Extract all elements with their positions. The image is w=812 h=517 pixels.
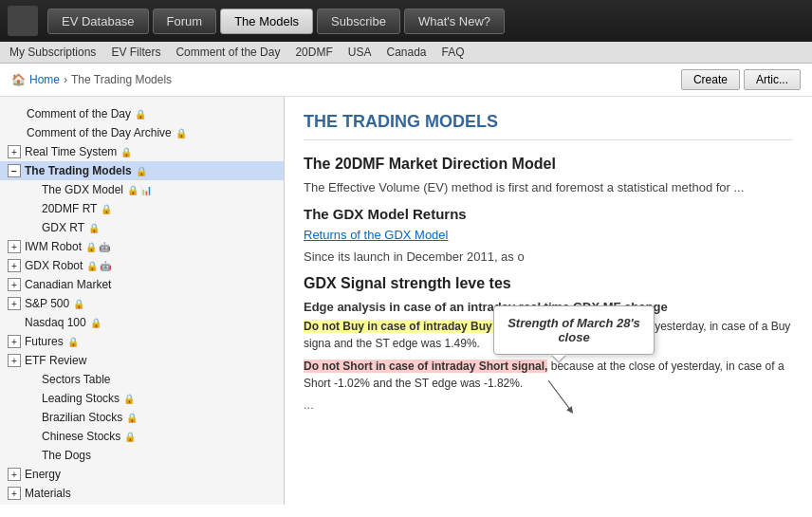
sidebar-label: Futures bbox=[25, 335, 64, 348]
sidebar-item-real-time[interactable]: + Real Time System 🔒 bbox=[0, 142, 284, 161]
sidebar-item-canadian-market[interactable]: + Canadian Market bbox=[0, 275, 284, 294]
sec-nav-subscriptions[interactable]: My Subscriptions bbox=[9, 46, 96, 59]
sidebar-item-comment-archive[interactable]: Comment of the Day Archive 🔒 bbox=[0, 123, 284, 142]
home-link[interactable]: Home bbox=[29, 73, 60, 86]
expand-icon[interactable]: + bbox=[8, 468, 21, 481]
sidebar-label: Sectors Table bbox=[42, 373, 111, 386]
lock-icon: 🔒 bbox=[101, 204, 112, 214]
model-icon: 📊 bbox=[140, 185, 152, 195]
sidebar-label: Canadian Market bbox=[25, 278, 111, 291]
lock-icon: 🔒 bbox=[86, 261, 98, 271]
lock-icon: 🔒 bbox=[67, 337, 79, 347]
sidebar-item-gdx-robot[interactable]: + GDX Robot 🔒 🤖 bbox=[0, 256, 284, 275]
breadcrumb: 🏠 Home › The Trading Models bbox=[11, 73, 172, 86]
sidebar-label: Brazilian Stocks bbox=[42, 411, 122, 424]
lock-icon: 🔒 bbox=[126, 413, 138, 423]
sidebar-label: Comment of the Day Archive bbox=[27, 126, 172, 139]
section1-title: The 20DMF Market Direction Model bbox=[304, 156, 793, 173]
sidebar-label: 20DMF RT bbox=[42, 202, 97, 215]
tooltip-line2: close bbox=[558, 330, 589, 344]
signal2-highlight: Do not Short in case of intraday Short s… bbox=[304, 360, 547, 373]
sec-nav-faq[interactable]: FAQ bbox=[442, 46, 465, 59]
sec-nav-filters[interactable]: EV Filters bbox=[111, 46, 160, 59]
lock-icon: 🔒 bbox=[90, 318, 102, 328]
sidebar-item-energy[interactable]: + Energy bbox=[0, 465, 284, 484]
sidebar-item-gdx-rt[interactable]: GDX RT 🔒 bbox=[0, 218, 284, 237]
sidebar-item-etf-review[interactable]: + ETF Review bbox=[0, 351, 284, 370]
sidebar-label: Leading Stocks bbox=[42, 392, 120, 405]
lock-icon: 🔒 bbox=[136, 166, 147, 176]
nav-forum[interactable]: Forum bbox=[153, 9, 217, 34]
lock-icon: 🔒 bbox=[175, 128, 187, 138]
sidebar-label: Real Time System bbox=[25, 145, 117, 158]
expand-icon[interactable]: + bbox=[8, 278, 21, 291]
home-icon: 🏠 bbox=[11, 73, 26, 86]
main-layout: Comment of the Day 🔒 Comment of the Day … bbox=[0, 97, 812, 505]
tooltip-arrow bbox=[541, 377, 579, 415]
content-area: THE TRADING MODELS The 20DMF Market Dire… bbox=[285, 97, 812, 505]
sidebar-item-futures[interactable]: + Futures 🔒 bbox=[0, 332, 284, 351]
sidebar-item-chinese-stocks[interactable]: Chinese Stocks 🔒 bbox=[0, 427, 284, 446]
expand-icon[interactable]: + bbox=[8, 145, 21, 158]
sidebar-item-gdx-model[interactable]: The GDX Model 🔒 📊 bbox=[0, 180, 284, 199]
page-title: THE TRADING MODELS bbox=[304, 112, 793, 140]
lock-icon: 🔒 bbox=[73, 299, 84, 309]
create-button[interactable]: Create bbox=[681, 69, 740, 90]
sec-nav-usa[interactable]: USA bbox=[348, 46, 372, 59]
nav-ev-database[interactable]: EV Database bbox=[47, 9, 149, 34]
expand-icon[interactable]: + bbox=[8, 487, 21, 500]
expand-icon[interactable]: + bbox=[8, 240, 21, 253]
sidebar-label: Materials bbox=[25, 487, 71, 500]
sidebar-item-20dmf-rt[interactable]: 20DMF RT 🔒 bbox=[0, 199, 284, 218]
sidebar-label: Comment of the Day bbox=[27, 107, 131, 120]
lock-icon: 🔒 bbox=[120, 147, 132, 157]
sidebar-label: IWM Robot bbox=[25, 240, 82, 253]
expand-icon[interactable]: + bbox=[8, 354, 21, 367]
nav-subscribe[interactable]: Subscribe bbox=[317, 9, 400, 34]
sidebar-item-sp500[interactable]: + S&P 500 🔒 bbox=[0, 294, 284, 313]
sidebar-label: Chinese Stocks bbox=[42, 430, 120, 443]
article-button[interactable]: Artic... bbox=[744, 69, 801, 90]
sidebar-item-iwm-robot[interactable]: + IWM Robot 🔒 🤖 bbox=[0, 237, 284, 256]
section2-text: Since its launch in December 2011, as o bbox=[304, 249, 793, 264]
secondary-navigation: My Subscriptions EV Filters Comment of t… bbox=[0, 42, 812, 64]
expand-icon[interactable]: − bbox=[8, 164, 21, 177]
sidebar-label: GDX Robot bbox=[25, 259, 83, 272]
sidebar-item-leading-stocks[interactable]: Leading Stocks 🔒 bbox=[0, 389, 284, 408]
nav-whats-new[interactable]: What's New? bbox=[404, 9, 505, 34]
sidebar-item-sectors-table[interactable]: Sectors Table bbox=[0, 370, 284, 389]
sidebar-item-nasdaq100[interactable]: Nasdaq 100 🔒 bbox=[0, 313, 284, 332]
sec-nav-canada[interactable]: Canada bbox=[386, 46, 426, 59]
nav-models[interactable]: The Models bbox=[220, 9, 313, 34]
sidebar-item-materials[interactable]: + Materials bbox=[0, 484, 284, 503]
expand-icon[interactable]: + bbox=[8, 259, 21, 272]
sidebar-label: Nasdaq 100 bbox=[25, 316, 86, 329]
sidebar-item-brazilian-stocks[interactable]: Brazilian Stocks 🔒 bbox=[0, 408, 284, 427]
svg-line-0 bbox=[548, 380, 571, 411]
sidebar-item-trading-models[interactable]: − The Trading Models 🔒 bbox=[0, 161, 284, 180]
lock-icon: 🔒 bbox=[124, 432, 136, 442]
tooltip-bubble: Strength of March 28's close bbox=[493, 305, 655, 355]
robot-icon: 🤖 bbox=[100, 261, 111, 271]
lock-icon: 🔒 bbox=[127, 185, 138, 195]
breadcrumb-current: The Trading Models bbox=[71, 73, 172, 86]
site-logo bbox=[8, 6, 38, 36]
sidebar-item-the-dogs[interactable]: The Dogs bbox=[0, 446, 284, 465]
sidebar-label: Energy bbox=[25, 468, 61, 481]
expand-icon[interactable]: + bbox=[8, 335, 21, 348]
lock-icon: 🔒 bbox=[85, 242, 97, 252]
top-navigation: EV Database Forum The Models Subscribe W… bbox=[0, 0, 812, 42]
sec-nav-20dmf[interactable]: 20DMF bbox=[295, 46, 332, 59]
section3-title: GDX Signal strength leve tes bbox=[304, 275, 793, 292]
section2-link[interactable]: Returns of the GDX Model bbox=[304, 228, 793, 242]
sec-nav-comment[interactable]: Comment of the Day bbox=[175, 46, 280, 59]
lock-icon: 🔒 bbox=[135, 109, 146, 120]
sidebar-item-comment-of-day[interactable]: Comment of the Day 🔒 bbox=[0, 104, 284, 123]
expand-icon[interactable]: + bbox=[8, 297, 21, 310]
section2-title: The GDX Model Returns bbox=[304, 206, 793, 222]
tooltip-line1: Strength of March 28's bbox=[508, 316, 640, 330]
lock-icon: 🔒 bbox=[88, 223, 100, 233]
sidebar-label: The Trading Models bbox=[25, 164, 132, 177]
sidebar-label: ETF Review bbox=[25, 354, 86, 367]
robot-icon: 🤖 bbox=[99, 242, 110, 252]
